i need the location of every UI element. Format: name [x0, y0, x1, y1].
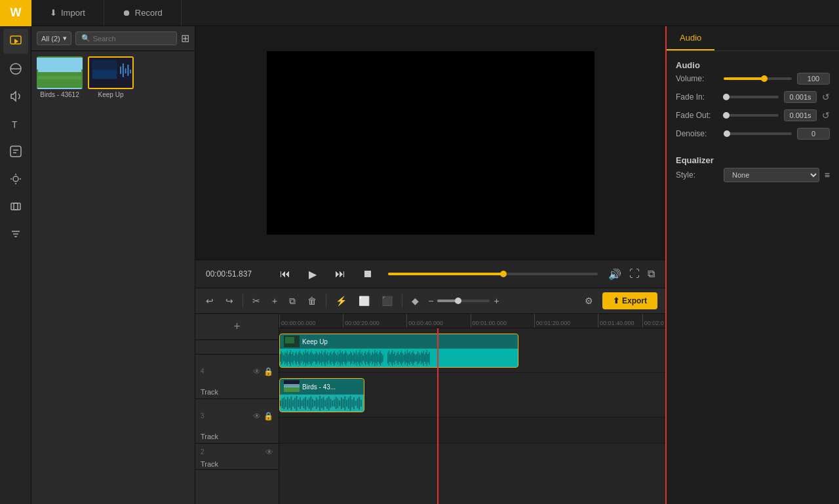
redo-button[interactable]: ↪	[223, 293, 236, 309]
undo-button[interactable]: ↩	[203, 293, 216, 309]
search-input[interactable]	[93, 35, 171, 43]
sidebar-item-effects[interactable]	[3, 166, 28, 191]
svg-rect-198	[357, 398, 359, 408]
track-2-eye-icon[interactable]: 👁	[265, 448, 273, 457]
svg-rect-86	[350, 351, 351, 364]
fadein-reset-button[interactable]: ↺	[822, 92, 830, 102]
svg-rect-144	[421, 352, 421, 364]
volume-slider[interactable]	[724, 77, 792, 80]
svg-rect-123	[397, 353, 397, 363]
crop-button[interactable]: ⬜	[356, 293, 372, 309]
progress-bar[interactable]	[388, 273, 598, 275]
audio-panel: Audio Audio Volume: 100 Fade In:	[665, 26, 839, 504]
svg-rect-128	[402, 353, 403, 362]
track-4-icons: 👁 🔒	[253, 367, 273, 376]
playback-controls: ⏮ ▶ ⏭ ⏹	[275, 264, 378, 284]
equalizer-settings-button[interactable]: ≡	[825, 170, 830, 180]
record-tab[interactable]: ⏺ Record	[104, 0, 182, 26]
expand-button[interactable]: ⬛	[379, 293, 395, 309]
svg-rect-106	[373, 354, 374, 362]
add-media-button[interactable]: +	[269, 293, 280, 309]
stop-button[interactable]: ⏹	[358, 264, 378, 284]
ruler-tick-6: 00:02:0	[642, 314, 664, 328]
svg-rect-34	[290, 350, 291, 366]
media-item-keepup[interactable]: Keep Up	[88, 56, 134, 98]
sidebar-item-transitions[interactable]	[3, 56, 28, 81]
track-3-eye-icon[interactable]: 👁	[253, 412, 261, 421]
svg-rect-107	[374, 350, 375, 366]
track-4-eye-icon[interactable]: 👁	[253, 367, 261, 376]
clip-keepup-waveform: // This will be rendered as static SVG	[280, 349, 518, 367]
fadeout-reset-button[interactable]: ↺	[822, 110, 830, 121]
time-display: 00:00:51.837	[206, 269, 265, 279]
svg-rect-162	[292, 400, 294, 406]
denoise-value[interactable]: 0	[797, 128, 830, 140]
step-forward-button[interactable]: ⏭	[330, 264, 350, 284]
copy-button[interactable]: ⧉	[286, 293, 298, 309]
split-button[interactable]: ⚡	[333, 293, 349, 309]
svg-rect-99	[365, 351, 366, 365]
zoom-slider[interactable]	[437, 300, 490, 302]
fadein-value[interactable]: 0.001s	[784, 91, 817, 103]
clip-birds[interactable]: Birds - 43...	[279, 378, 364, 412]
volume-thumb	[761, 75, 768, 82]
sidebar-item-overlays[interactable]	[3, 194, 28, 219]
import-tab[interactable]: ⬇ Import	[31, 0, 104, 26]
track-4-lock-icon[interactable]: 🔒	[263, 367, 273, 376]
svg-rect-72	[334, 351, 335, 365]
playhead	[437, 328, 439, 504]
svg-rect-133	[408, 353, 409, 363]
cut-button[interactable]: ✂	[250, 293, 263, 309]
export-button[interactable]: ⬆ Export	[602, 292, 657, 309]
svg-rect-81	[344, 353, 345, 364]
timeline-content: 00:00:00.000 00:00:20.000 00:00:40.000 0…	[279, 314, 665, 504]
audio-section-title: Audio	[676, 60, 830, 70]
svg-rect-188	[339, 400, 340, 406]
panel-tabs: Audio	[667, 26, 839, 51]
equalizer-section-title: Equalizer	[676, 155, 830, 165]
pip-icon[interactable]: ⧉	[648, 268, 655, 280]
filter-dropdown[interactable]: All (2) ▾	[37, 31, 71, 45]
volume-value[interactable]: 100	[797, 73, 830, 85]
svg-rect-173	[312, 399, 313, 408]
svg-rect-140	[416, 354, 417, 362]
playback-right-controls: 🔊 ⛶ ⧉	[608, 268, 655, 281]
svg-rect-183	[330, 399, 332, 408]
sidebar-item-audio[interactable]	[3, 84, 28, 109]
delete-button[interactable]: 🗑	[305, 293, 319, 309]
play-pause-button[interactable]: ▶	[303, 264, 322, 284]
svg-rect-154	[284, 384, 300, 387]
sidebar-item-text[interactable]: T	[3, 111, 28, 136]
svg-rect-42	[300, 351, 300, 365]
step-back-button[interactable]: ⏮	[275, 264, 295, 284]
volume-icon[interactable]: 🔊	[608, 268, 621, 281]
export-settings-button[interactable]: ⚙	[582, 293, 596, 309]
grid-toggle-icon[interactable]: ⊞	[181, 32, 189, 45]
sidebar-item-stickers[interactable]	[3, 139, 28, 164]
fullscreen-icon[interactable]: ⛶	[629, 268, 640, 280]
sidebar-item-media[interactable]	[3, 29, 28, 54]
fadeout-value[interactable]: 0.001s	[784, 109, 817, 121]
marker-button[interactable]: ◆	[409, 293, 421, 309]
denoise-slider[interactable]	[724, 132, 792, 135]
svg-rect-132	[407, 350, 408, 366]
svg-rect-17	[92, 60, 117, 69]
svg-rect-193	[348, 398, 349, 408]
ruler-tick-5: 00:01:40.000	[598, 314, 634, 328]
track-labels: + 4 👁 🔒 Track	[195, 314, 279, 504]
zoom-minus-button[interactable]: −	[428, 296, 433, 306]
clip-keepup[interactable]: Keep Up // This will be rendered as stat…	[279, 334, 518, 368]
ruler-tick-3: 00:01:00.000	[471, 314, 507, 328]
zoom-plus-button[interactable]: +	[494, 296, 499, 306]
sidebar-item-filters[interactable]	[3, 222, 28, 246]
svg-rect-89	[353, 352, 354, 364]
media-item-birds[interactable]: Birds - 43612	[37, 56, 83, 98]
audio-tab[interactable]: Audio	[667, 26, 714, 50]
fadeout-slider[interactable]	[724, 114, 779, 117]
add-track-button[interactable]: +	[195, 314, 279, 340]
svg-rect-112	[380, 351, 381, 365]
track-3-lock-icon[interactable]: 🔒	[263, 412, 273, 421]
style-select[interactable]: None	[724, 168, 819, 182]
fadein-slider[interactable]	[724, 96, 779, 98]
fadein-label: Fade In:	[676, 92, 718, 102]
